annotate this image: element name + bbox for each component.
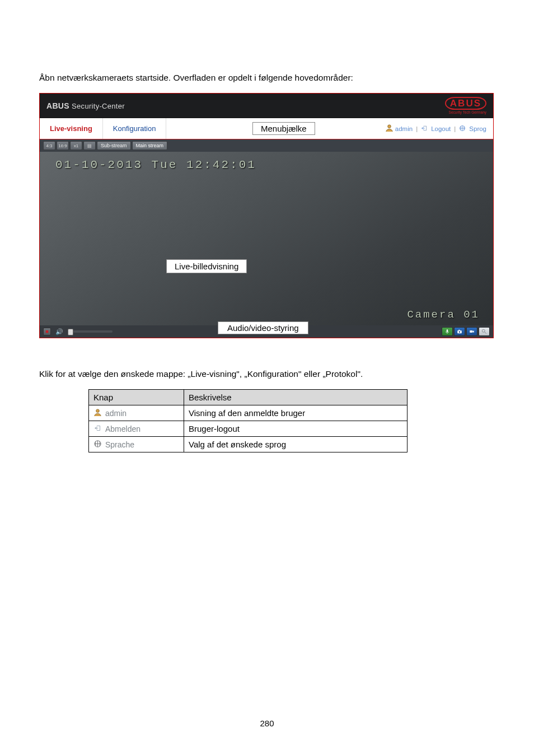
th-knap: Knap <box>89 390 184 405</box>
menu-bar: Live-visning Konfiguration Menubjælke ad… <box>40 118 493 139</box>
cell-label-admin: admin <box>105 409 127 418</box>
snapshot-button[interactable] <box>454 327 465 336</box>
callout-live-view: Live-billedvisning <box>166 259 247 273</box>
svg-point-0 <box>387 125 391 128</box>
stop-button[interactable]: ■ <box>43 328 51 335</box>
cell-desc-sprache: Valg af det ønskede sprog <box>184 437 407 452</box>
bottom-right-controls <box>442 327 490 336</box>
logout-icon <box>421 125 428 133</box>
lang-link[interactable]: Sprog <box>469 125 486 132</box>
cell-desc-admin: Visning af den anmeldte bruger <box>184 405 407 421</box>
logout-link[interactable]: Logout <box>431 125 451 132</box>
mainstream-button[interactable]: Main stream <box>132 141 168 150</box>
sep1: | <box>416 125 418 132</box>
brand-bold: ABUS <box>46 101 69 110</box>
menu-right: admin | Logout | Sprog <box>385 118 493 139</box>
abus-logo-wrap: ABUS Security Tech Germany <box>445 97 486 114</box>
th-beskrivelse: Beskrivelse <box>184 390 407 405</box>
abus-logo: ABUS <box>445 97 486 110</box>
cell-label-abmelden: Abmelden <box>105 424 140 433</box>
folder-select-paragraph: Klik for at vælge den ønskede mappe: „Li… <box>39 369 495 379</box>
logout-icon <box>93 424 102 433</box>
svg-rect-6 <box>470 330 472 333</box>
user-label[interactable]: admin <box>395 125 413 132</box>
callout-av-control: Audio/video-styring <box>218 321 308 334</box>
svg-point-7 <box>482 329 485 332</box>
user-icon <box>385 124 392 133</box>
volume-icon[interactable]: 🔊 <box>55 328 63 335</box>
zoom-button[interactable] <box>479 327 490 336</box>
layout-button[interactable]: ▤ <box>83 141 96 150</box>
svg-rect-2 <box>447 329 448 332</box>
bottom-left-controls: ■ 🔊 <box>43 328 113 335</box>
callout-menubar: Menubjælke <box>252 122 315 135</box>
record-button[interactable] <box>466 327 477 336</box>
abus-logo-sub: Security Tech Germany <box>445 110 486 114</box>
intro-paragraph: Åbn netværkskameraets startside. Overfla… <box>39 73 495 83</box>
brand-sub: Security-Center <box>72 102 125 110</box>
svg-rect-5 <box>458 330 460 330</box>
zoom-x1-button[interactable]: x1 <box>70 141 82 150</box>
aspect-43-button[interactable]: 4:3 <box>43 141 55 150</box>
volume-slider[interactable] <box>68 330 113 333</box>
table-row: admin Visning af den anmeldte bruger <box>89 405 407 421</box>
camera-name-overlay: Camera 01 <box>407 309 480 321</box>
sep2: | <box>454 125 456 132</box>
svg-point-4 <box>459 331 461 333</box>
screenshot-region: ABUS Security-Center ABUS Security Tech … <box>39 93 494 338</box>
cell-desc-abmelden: Bruger-logout <box>184 421 407 437</box>
table-row: Sprache Valg af det ønskede sprog <box>89 437 407 452</box>
aspect-169-button[interactable]: 16:9 <box>57 141 69 150</box>
substream-button[interactable]: Sub-stream <box>97 141 131 150</box>
timestamp-overlay: 01-10-2013 Tue 12:42:01 <box>55 158 256 171</box>
button-description-table: Knap Beskrivelse admin Visning af den an… <box>88 389 407 452</box>
app-header: ABUS Security-Center ABUS Security Tech … <box>40 94 493 118</box>
globe-icon <box>93 440 102 450</box>
tab-live-visning[interactable]: Live-visning <box>40 118 103 139</box>
user-icon <box>93 408 102 418</box>
table-row: Abmelden Bruger-logout <box>89 421 407 437</box>
tab-konfiguration[interactable]: Konfiguration <box>103 118 167 139</box>
view-toolbar: 4:3 16:9 x1 ▤ Sub-stream Main stream <box>40 139 493 152</box>
svg-point-8 <box>96 409 100 412</box>
cell-label-sprache: Sprache <box>105 440 134 449</box>
mic-button[interactable] <box>442 327 453 336</box>
camera-view: 01-10-2013 Tue 12:42:01 Live-billedvisni… <box>40 152 493 325</box>
page-number: 280 <box>0 718 534 728</box>
brand-title: ABUS Security-Center <box>46 101 125 110</box>
globe-icon <box>459 125 466 133</box>
table-header-row: Knap Beskrivelse <box>89 390 407 405</box>
